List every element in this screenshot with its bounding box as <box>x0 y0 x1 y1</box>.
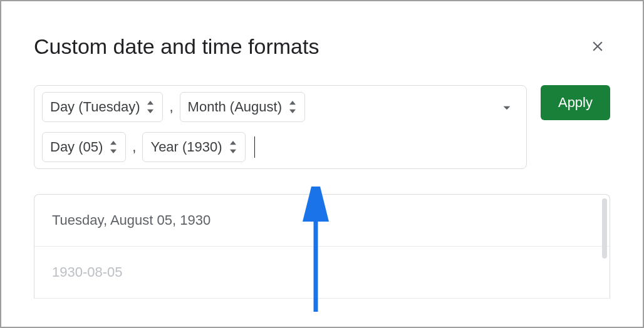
stepper-icon <box>229 141 237 153</box>
token-stepper[interactable] <box>109 141 118 153</box>
text-cursor <box>254 136 255 158</box>
stepper-icon <box>288 101 297 113</box>
token-day-name[interactable]: Day (Tuesday) <box>42 92 163 122</box>
preset-item[interactable]: Tuesday, August 05, 1930 <box>34 195 610 247</box>
preset-item[interactable]: 1930-08-05 <box>34 247 610 299</box>
close-icon <box>589 38 606 54</box>
dialog-title: Custom date and time formats <box>34 34 319 59</box>
stepper-icon <box>146 101 155 113</box>
controls-row: Day (Tuesday),Month (August)Day (05),Yea… <box>34 85 610 169</box>
format-input-box[interactable]: Day (Tuesday),Month (August)Day (05),Yea… <box>34 85 527 169</box>
token-stepper[interactable] <box>288 101 297 113</box>
stepper-icon <box>109 141 118 153</box>
close-button[interactable] <box>585 34 610 59</box>
token-day-number[interactable]: Day (05) <box>42 132 126 162</box>
token-separator: , <box>168 92 174 122</box>
apply-button[interactable]: Apply <box>541 85 610 120</box>
chevron-down-icon <box>499 100 515 116</box>
dialog-header: Custom date and time formats <box>34 34 610 59</box>
custom-date-time-dialog: Custom date and time formats Day (Tuesda… <box>0 0 644 328</box>
token-label: Day (Tuesday) <box>50 99 140 115</box>
token-label: Year (1930) <box>150 139 222 155</box>
token-label: Month (August) <box>188 99 282 115</box>
token-year[interactable]: Year (1930) <box>142 132 245 162</box>
token-stepper[interactable] <box>229 141 237 153</box>
preset-list: Tuesday, August 05, 19301930-08-05 <box>34 194 610 299</box>
token-month-name[interactable]: Month (August) <box>180 92 305 122</box>
token-separator: , <box>131 132 137 162</box>
token-label: Day (05) <box>50 139 103 155</box>
token-stepper[interactable] <box>146 101 155 113</box>
add-token-dropdown[interactable] <box>499 100 515 118</box>
scrollbar-thumb[interactable] <box>602 198 607 259</box>
